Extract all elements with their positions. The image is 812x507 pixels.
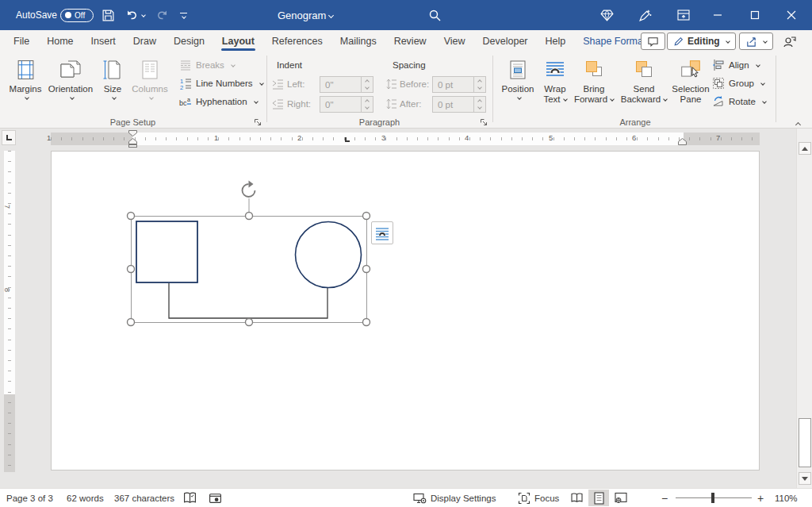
ruler-number: 7 (716, 133, 720, 142)
hyphenation-button[interactable]: bca Hyphenation (179, 95, 258, 108)
tab-stop-marker[interactable] (345, 137, 350, 142)
redo-button-disabled[interactable] (155, 0, 170, 30)
ruler-number: 8 (3, 288, 12, 292)
tab-home[interactable]: Home (38, 30, 82, 52)
paragraph-dialog-launcher[interactable] (480, 118, 488, 126)
collapse-ribbon-button[interactable] (793, 117, 800, 129)
align-icon (712, 59, 725, 71)
editing-mode-dropdown[interactable]: Editing (667, 33, 736, 50)
group-button[interactable]: Group (712, 77, 764, 90)
spinner-arrows[interactable] (361, 77, 373, 92)
search-button[interactable] (428, 0, 442, 30)
save-button[interactable] (102, 0, 115, 30)
size-icon (102, 59, 123, 81)
indent-left-label: Left: (287, 79, 304, 89)
tab-layout[interactable]: Layout (213, 30, 263, 52)
whats-new-button[interactable] (638, 0, 653, 30)
margins-button[interactable]: Margins (6, 56, 44, 102)
zoom-level[interactable]: 110% (775, 489, 798, 507)
tab-file[interactable]: File (5, 30, 38, 52)
tab-draw[interactable]: Draw (124, 30, 165, 52)
customize-quick-access-toolbar-button[interactable] (180, 0, 187, 30)
line-numbers-button[interactable]: 12 Line Numbers (179, 77, 263, 90)
close-button[interactable] (787, 0, 796, 30)
first-line-indent-marker[interactable] (128, 130, 137, 136)
align-button[interactable]: Align (712, 59, 760, 71)
vertical-scrollbar[interactable] (796, 129, 812, 488)
presence-button[interactable] (782, 34, 797, 49)
tab-view[interactable]: View (435, 30, 474, 52)
scroll-up-arrow (802, 147, 808, 151)
position-button[interactable]: Position (499, 56, 537, 102)
tab-stop-selector[interactable] (2, 130, 16, 145)
display-settings-button[interactable]: Display Settings (413, 489, 496, 507)
ribbon-display-options-button[interactable] (676, 0, 691, 30)
search-icon (428, 9, 442, 22)
macro-recording-button[interactable] (209, 489, 222, 507)
spinner-arrows[interactable] (361, 97, 373, 112)
horizontal-ruler[interactable]: 1 1 2 3 4 5 6 7 (51, 133, 760, 145)
wrap-text-button[interactable]: Wrap Text (538, 56, 573, 105)
ruler-number: 6 (632, 133, 636, 142)
scroll-down-button[interactable] (799, 472, 811, 485)
vertical-ruler[interactable]: 7 8 (4, 151, 15, 472)
rotate-button[interactable]: Rotate (712, 95, 766, 108)
orientation-button[interactable]: Orientation (46, 56, 95, 102)
document-canvas[interactable]: 1 1 2 3 4 5 6 7 7 8 (0, 129, 812, 488)
page-indicator[interactable]: Page 3 of 3 (6, 489, 53, 507)
undo-button[interactable] (124, 0, 145, 30)
tab-insert[interactable]: Insert (82, 30, 124, 52)
comments-button[interactable] (641, 33, 665, 50)
bring-forward-button[interactable]: Bring Forward (573, 56, 615, 105)
size-button[interactable]: Size (97, 56, 128, 102)
spacing-before-field[interactable]: 0 pt (432, 76, 486, 93)
undo-dropdown-chevron[interactable] (141, 13, 146, 17)
character-count[interactable]: 367 characters (114, 489, 174, 507)
page-setup-dialog-launcher[interactable] (254, 118, 262, 126)
zoom-slider-thumb[interactable] (711, 493, 714, 503)
tab-review[interactable]: Review (385, 30, 435, 52)
tab-design[interactable]: Design (165, 30, 213, 52)
proofing-status-button[interactable] (183, 489, 197, 507)
editing-chevron (726, 39, 730, 44)
document-title[interactable]: Genogram (278, 0, 333, 30)
premium-button[interactable] (599, 0, 615, 30)
send-backward-button[interactable]: Send Backward (619, 56, 668, 105)
read-mode-button[interactable] (566, 490, 587, 506)
hanging-indent-marker[interactable] (128, 138, 137, 148)
tab-help[interactable]: Help (537, 30, 575, 52)
ribbon: Margins Orientation Size Columns Breaks … (0, 52, 812, 129)
document-page[interactable] (51, 151, 760, 471)
whats-new-sparkle-pen-icon (638, 8, 653, 23)
send-backward-icon (634, 59, 654, 81)
zoom-out-button[interactable]: − (661, 489, 668, 507)
ruler-number: 3 (381, 133, 385, 142)
scrollbar-thumb[interactable] (799, 418, 811, 467)
zoom-in-button[interactable]: + (757, 489, 764, 507)
breaks-button-disabled[interactable]: Breaks (179, 59, 235, 71)
tab-developer[interactable]: Developer (474, 30, 537, 52)
spacing-after-field[interactable]: 0 pt (432, 96, 486, 113)
orientation-icon (59, 59, 82, 81)
tab-references[interactable]: References (263, 30, 331, 52)
web-layout-button[interactable] (611, 490, 631, 506)
minimize-button[interactable] (713, 0, 722, 30)
indent-right-field[interactable]: 0" (320, 96, 373, 113)
share-button[interactable] (739, 33, 773, 50)
print-layout-button[interactable] (588, 490, 609, 506)
spinner-arrows[interactable] (473, 77, 485, 92)
maximize-button[interactable] (750, 0, 760, 30)
autosave-toggle[interactable]: Off (60, 0, 94, 30)
tab-mailings[interactable]: Mailings (331, 30, 385, 52)
right-indent-marker[interactable] (678, 138, 687, 145)
scroll-up-button[interactable] (799, 142, 811, 155)
left-tab-glyph (6, 135, 12, 140)
spinner-arrows[interactable] (473, 97, 485, 112)
selection-pane-button[interactable]: Selection Pane (668, 56, 713, 105)
layout-options-button[interactable] (371, 221, 393, 244)
columns-button-disabled[interactable]: Columns (130, 56, 170, 102)
word-count[interactable]: 62 words (67, 489, 104, 507)
focus-mode-button[interactable]: Focus (518, 489, 559, 507)
indent-left-field[interactable]: 0" (320, 76, 373, 93)
arrange-group-label: Arrange (496, 117, 775, 127)
